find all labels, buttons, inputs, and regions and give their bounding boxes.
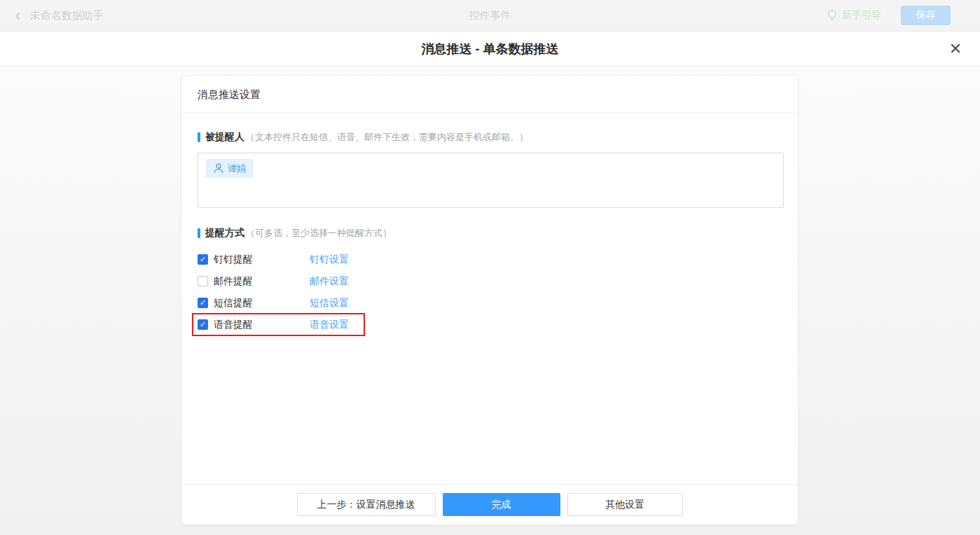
close-icon[interactable]: ✕ [948,41,963,57]
dingtalk-settings-link[interactable]: 钉钉设置 [310,253,349,266]
method-row-voice: ✓ 语音提醒 语音设置 [198,314,478,335]
email-checkbox[interactable] [198,276,208,286]
other-settings-button[interactable]: 其他设置 [567,493,683,516]
card-title: 消息推送设置 [181,76,798,113]
recipients-section-label: 被提醒人 （文本控件只在短信、语音、邮件下生效，需要内容是手机或邮箱。） [198,131,782,144]
sms-settings-link[interactable]: 短信设置 [310,297,349,310]
method-row-sms: ✓ 短信提醒 短信设置 [198,292,478,314]
card-footer: 上一步：设置消息推送 完成 其他设置 [181,484,798,524]
recipients-note: （文本控件只在短信、语音、邮件下生效，需要内容是手机或邮箱。） [246,131,528,144]
email-settings-link[interactable]: 邮件设置 [310,275,349,288]
topbar: ‹ 未命名数据助手 控件事件 新手引导 保存 [0,0,980,32]
method-row-email: 邮件提醒 邮件设置 [198,270,478,292]
method-label: 邮件提醒 [214,275,310,288]
assistant-title: 未命名数据助手 [30,9,104,22]
method-label: 短信提醒 [214,297,310,310]
methods-title: 提醒方式 [205,227,244,239]
guide-label: 新手引导 [842,9,881,22]
prev-step-button[interactable]: 上一步：设置消息推送 [297,493,436,516]
beginner-guide-button[interactable]: 新手引导 [827,9,881,22]
methods-section-label: 提醒方式 （可多选，至少选择一种提醒方式） [198,227,782,239]
lightbulb-icon [827,9,838,22]
modal-title: 消息推送 - 单条数据推送 [422,41,559,57]
done-button[interactable]: 完成 [443,493,560,516]
methods-note: （可多选，至少选择一种提醒方式） [246,227,392,239]
person-icon [214,163,223,174]
recipient-name: 谭娟 [228,162,246,175]
voice-checkbox[interactable]: ✓ [198,319,208,330]
voice-settings-link[interactable]: 语音设置 [310,319,349,331]
method-label: 钉钉提醒 [214,253,310,266]
modal-body: 消息推送设置 被提醒人 （文本控件只在短信、语音、邮件下生效，需要内容是手机或邮… [0,67,980,535]
modal-header: 消息推送 - 单条数据推送 ✕ [0,32,980,67]
recipients-title: 被提醒人 [205,131,244,144]
settings-card: 消息推送设置 被提醒人 （文本控件只在短信、语音、邮件下生效，需要内容是手机或邮… [181,75,799,525]
back-chevron-icon[interactable]: ‹ [15,7,20,24]
method-rows: ✓ 钉钉提醒 钉钉设置 邮件提醒 邮件设置 ✓ 短信提醒 短信设置 [198,249,782,335]
section-bar [198,132,200,142]
method-row-dingtalk: ✓ 钉钉提醒 钉钉设置 [198,249,478,270]
save-button[interactable]: 保存 [901,6,951,25]
method-label: 语音提醒 [214,319,310,331]
dingtalk-checkbox[interactable]: ✓ [198,254,208,265]
recipients-field[interactable]: 谭娟 [198,153,784,208]
sms-checkbox[interactable]: ✓ [198,298,208,308]
section-bar [198,228,200,238]
recipient-chip[interactable]: 谭娟 [206,159,254,178]
